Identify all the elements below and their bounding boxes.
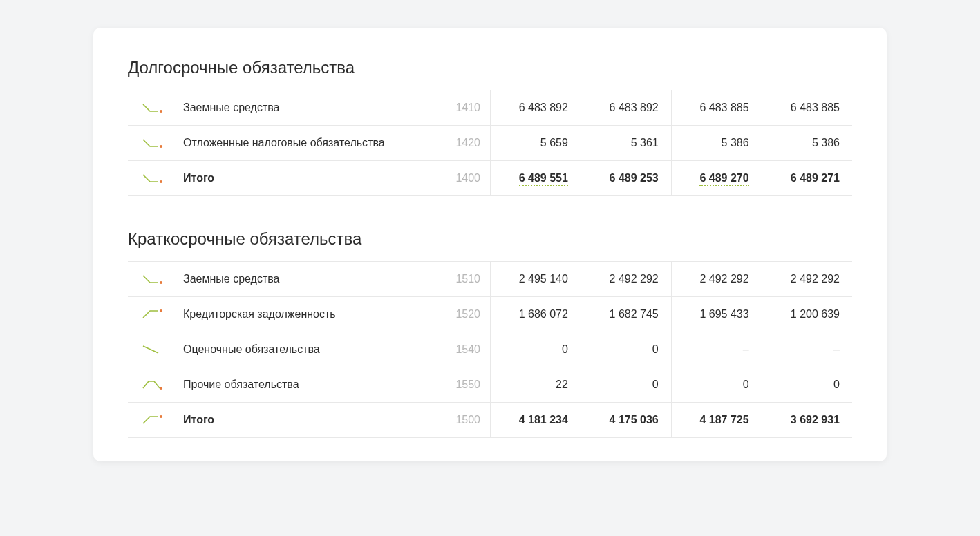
sparkline-icon: [128, 262, 183, 297]
row-value: 2 492 292: [581, 262, 671, 297]
row-value: 1 682 745: [581, 297, 671, 332]
sparkline-icon: [128, 126, 183, 161]
sparkline-icon: [128, 297, 183, 332]
row-value: 22: [491, 367, 581, 403]
sparkline-icon: [128, 161, 183, 196]
svg-point-3: [160, 281, 162, 284]
row-code: 1520: [418, 297, 491, 332]
row-code: 1550: [418, 367, 491, 403]
row-value: 6 483 892: [581, 90, 671, 126]
row-name: Итого: [183, 403, 418, 438]
row-value: 5 386: [762, 126, 852, 161]
row-value: 4 175 036: [581, 403, 671, 438]
row-value: 4 187 725: [671, 403, 762, 438]
table-short-term: Заемные средства15102 495 1402 492 2922 …: [128, 261, 852, 438]
row-value: 6 483 885: [671, 90, 762, 126]
table-row: Итого15004 181 2344 175 0364 187 7253 69…: [128, 403, 852, 438]
row-value: 0: [671, 367, 762, 403]
row-name: Заемные средства: [183, 262, 418, 297]
row-code: 1410: [418, 90, 491, 126]
section-title-short-term: Краткосрочные обязательства: [128, 229, 852, 249]
row-code: 1510: [418, 262, 491, 297]
row-value: 0: [491, 332, 581, 367]
sparkline-icon: [128, 403, 183, 438]
row-value: 0: [581, 367, 671, 403]
svg-point-0: [160, 110, 162, 113]
table-row: Оценочные обязательства154000––: [128, 332, 852, 367]
row-value: 6 489 271: [762, 161, 852, 196]
row-value: 2 495 140: [491, 262, 581, 297]
section-title-long-term: Долгосрочные обязательства: [128, 58, 852, 77]
row-code: 1400: [418, 161, 491, 196]
row-value: 3 692 931: [762, 403, 852, 438]
table-row: Кредиторская задолженность15201 686 0721…: [128, 297, 852, 332]
row-name: Заемные средства: [183, 90, 418, 126]
row-value: 1 200 639: [762, 297, 852, 332]
row-value: 5 659: [491, 126, 581, 161]
row-value: 6 489 551: [491, 161, 581, 196]
row-value: –: [762, 332, 852, 367]
row-value: 2 492 292: [762, 262, 852, 297]
svg-point-5: [160, 387, 162, 390]
table-row: Заемные средства15102 495 1402 492 2922 …: [128, 262, 852, 297]
row-value: 5 361: [581, 126, 671, 161]
row-value: 6 489 270: [671, 161, 762, 196]
sparkline-icon: [128, 367, 183, 403]
row-value: 6 483 885: [762, 90, 852, 126]
table-row: Отложенные налоговые обязательства14205 …: [128, 126, 852, 161]
row-value: 6 483 892: [491, 90, 581, 126]
table-row: Итого14006 489 5516 489 2536 489 2706 48…: [128, 161, 852, 196]
svg-point-2: [160, 180, 162, 183]
table-row: Прочие обязательства155022000: [128, 367, 852, 403]
row-name: Отложенные налоговые обязательства: [183, 126, 418, 161]
row-value: 4 181 234: [491, 403, 581, 438]
row-value: 6 489 253: [581, 161, 671, 196]
row-code: 1420: [418, 126, 491, 161]
table-row: Заемные средства14106 483 8926 483 8926 …: [128, 90, 852, 126]
row-value: 0: [581, 332, 671, 367]
row-name: Кредиторская задолженность: [183, 297, 418, 332]
svg-point-1: [160, 145, 162, 148]
row-value: 2 492 292: [671, 262, 762, 297]
table-long-term: Заемные средства14106 483 8926 483 8926 …: [128, 90, 852, 196]
row-value: 0: [762, 367, 852, 403]
svg-point-6: [160, 415, 162, 418]
row-value: –: [671, 332, 762, 367]
row-value: 1 686 072: [491, 297, 581, 332]
row-code: 1500: [418, 403, 491, 438]
row-value: 5 386: [671, 126, 762, 161]
sparkline-icon: [128, 90, 183, 126]
sparkline-icon: [128, 332, 183, 367]
row-name: Итого: [183, 161, 418, 196]
row-value: 1 695 433: [671, 297, 762, 332]
financials-card: Долгосрочные обязательства Заемные средс…: [93, 28, 887, 461]
row-name: Оценочные обязательства: [183, 332, 418, 367]
row-name: Прочие обязательства: [183, 367, 418, 403]
row-code: 1540: [418, 332, 491, 367]
svg-point-4: [160, 309, 162, 312]
